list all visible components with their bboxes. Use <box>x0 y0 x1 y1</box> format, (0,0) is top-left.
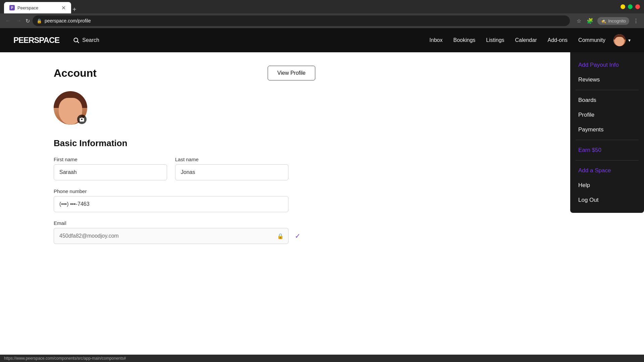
avatar-skin <box>615 37 624 46</box>
extensions-button[interactable]: 🧩 <box>585 16 595 25</box>
logo[interactable]: PEERSPACE <box>13 36 59 45</box>
close-button[interactable] <box>635 4 640 9</box>
back-button[interactable]: ← <box>4 16 12 25</box>
dropdown-reviews[interactable]: Reviews <box>570 72 644 87</box>
page-title: Account <box>54 67 97 79</box>
reload-button[interactable]: ↻ <box>25 18 30 24</box>
avatar-upload-button[interactable] <box>77 115 87 124</box>
view-profile-button[interactable]: View Profile <box>268 66 315 80</box>
tab-close-button[interactable]: ✕ <box>61 5 66 11</box>
site-header: PEERSPACE Search Inbox Bookings Listings… <box>0 28 644 52</box>
last-name-label: Last name <box>175 157 288 162</box>
dropdown-divider-1 <box>576 90 639 90</box>
forward-button[interactable]: → <box>15 16 23 25</box>
nav-addons[interactable]: Add-ons <box>548 37 568 43</box>
active-tab[interactable]: P Peerspace ✕ <box>4 2 71 13</box>
phone-group: Phone number <box>54 188 288 212</box>
dropdown-add-payout[interactable]: Add Payout Info <box>570 58 644 72</box>
status-bar: https://www.peerspace.com/components/src… <box>0 355 644 362</box>
last-name-input[interactable] <box>175 164 288 180</box>
tab-favicon: P <box>9 5 15 10</box>
first-name-input[interactable] <box>54 164 167 180</box>
search-icon <box>73 37 79 44</box>
search-label: Search <box>82 37 99 43</box>
incognito-label: Incognito <box>608 18 626 23</box>
dropdown-payments[interactable]: Payments <box>570 122 644 137</box>
search-button[interactable]: Search <box>73 37 99 44</box>
browser-titlebar: P Peerspace ✕ + <box>0 0 644 13</box>
browser-tabs: P Peerspace ✕ + <box>4 0 76 13</box>
nav-bookings[interactable]: Bookings <box>453 37 475 43</box>
browser-chrome: P Peerspace ✕ + ← → ↻ 🔒 peerspace.com/pr… <box>0 0 644 28</box>
nav-listings[interactable]: Listings <box>486 37 504 43</box>
last-name-group: Last name <box>175 157 288 180</box>
dropdown-boards[interactable]: Boards <box>570 93 644 108</box>
status-url: https://www.peerspace.com/components/src… <box>4 356 126 361</box>
main-content: Account View Profile Basic Information F… <box>0 52 369 257</box>
dropdown-earn[interactable]: Earn $50 <box>570 143 644 158</box>
first-name-group: First name <box>54 157 167 180</box>
main-nav: Inbox Bookings Listings Calendar Add-ons… <box>429 37 605 43</box>
lock-icon: 🔒 <box>37 18 42 23</box>
nav-inbox[interactable]: Inbox <box>429 37 442 43</box>
email-group: Email 🔒 ✓ <box>54 220 288 244</box>
window-controls <box>621 4 640 9</box>
lock-icon: 🔒 <box>277 233 284 239</box>
phone-input[interactable] <box>54 196 288 212</box>
avatar <box>613 34 626 46</box>
basic-info-title: Basic Information <box>54 138 315 148</box>
new-tab-button[interactable]: + <box>72 6 76 13</box>
chevron-down-icon: ▾ <box>628 38 631 43</box>
user-dropdown-menu: Add Payout Info Reviews Boards Profile P… <box>570 52 644 213</box>
svg-point-0 <box>74 38 78 42</box>
email-label: Email <box>54 220 288 226</box>
maximize-button[interactable] <box>628 4 633 9</box>
name-fields-grid: First name Last name <box>54 157 288 180</box>
menu-button[interactable]: ⋮ <box>632 16 640 25</box>
user-menu-trigger[interactable]: ▾ <box>613 34 631 46</box>
page-header: Account View Profile <box>54 66 315 80</box>
phone-label: Phone number <box>54 188 288 194</box>
minimize-button[interactable] <box>621 4 625 9</box>
first-name-label: First name <box>54 157 167 162</box>
dropdown-add-space[interactable]: Add a Space <box>570 163 644 178</box>
email-input[interactable] <box>54 228 288 244</box>
address-bar[interactable]: 🔒 peerspace.com/profile <box>33 15 570 26</box>
email-verified-icon: ✓ <box>295 232 301 240</box>
incognito-badge: 🕵 Incognito <box>597 17 629 25</box>
url-display: peerspace.com/profile <box>45 18 566 23</box>
camera-icon <box>79 117 85 122</box>
dropdown-divider-2 <box>576 140 639 140</box>
dropdown-help[interactable]: Help <box>570 178 644 193</box>
nav-calendar[interactable]: Calendar <box>515 37 537 43</box>
svg-line-1 <box>77 42 79 43</box>
avatar-section <box>54 91 87 125</box>
tab-title: Peerspace <box>17 5 38 10</box>
browser-toolbar: ← → ↻ 🔒 peerspace.com/profile ☆ 🧩 🕵 Inco… <box>0 13 644 28</box>
bookmark-button[interactable]: ☆ <box>575 16 583 25</box>
dropdown-logout[interactable]: Log Out <box>570 193 644 207</box>
incognito-icon: 🕵 <box>601 18 606 23</box>
email-input-wrapper: 🔒 ✓ <box>54 228 288 244</box>
dropdown-profile[interactable]: Profile <box>570 108 644 122</box>
nav-community[interactable]: Community <box>578 37 605 43</box>
dropdown-divider-3 <box>576 160 639 161</box>
browser-actions: ☆ 🧩 🕵 Incognito ⋮ <box>575 16 640 25</box>
